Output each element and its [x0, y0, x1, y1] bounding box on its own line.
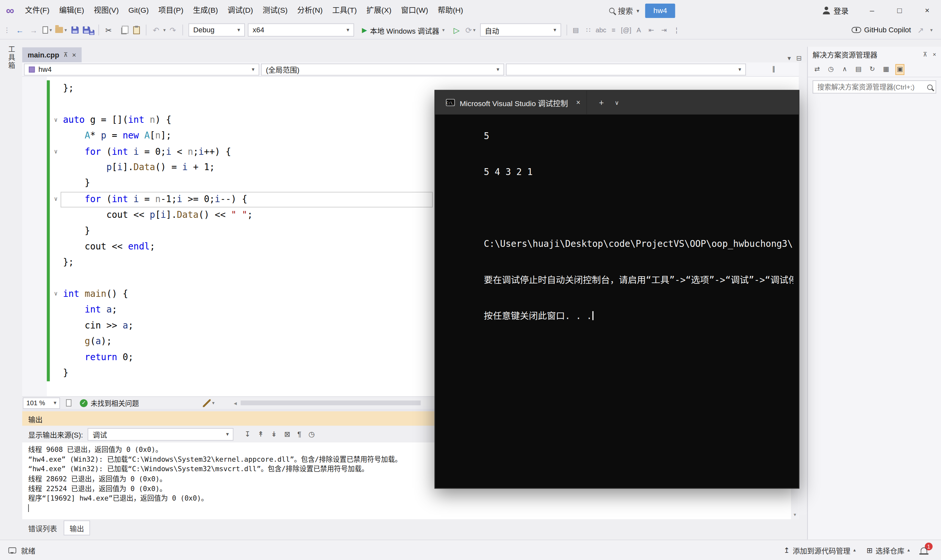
- next-message-icon[interactable]: ↡: [271, 430, 277, 438]
- select-repository-button[interactable]: ⊞ 选择仓库 ▴: [867, 545, 910, 555]
- previous-message-icon[interactable]: ↟: [258, 430, 264, 438]
- fold-marker-icon[interactable]: ∨: [50, 191, 61, 207]
- pin-icon[interactable]: ⊼: [923, 51, 927, 57]
- solution-name-box[interactable]: hw4: [645, 3, 675, 18]
- word-wrap-icon[interactable]: ¶: [298, 430, 301, 438]
- comment-icon[interactable]: ≡: [608, 23, 619, 37]
- history-icon[interactable]: ◷: [309, 430, 315, 438]
- minimize-button[interactable]: –: [858, 0, 886, 21]
- output-source-dropdown[interactable]: 调试 ▾: [88, 428, 234, 440]
- menu-item[interactable]: 测试(S): [258, 0, 293, 21]
- menu-item[interactable]: Git(G): [123, 0, 154, 21]
- sync-selection-icon[interactable]: ⇄: [813, 64, 822, 75]
- close-button[interactable]: ×: [913, 0, 941, 21]
- navigate-forward-button[interactable]: →: [27, 23, 40, 37]
- code-cleanup-button[interactable]: ▾: [203, 399, 215, 407]
- split-editor-icon[interactable]: ∥: [772, 65, 775, 73]
- terminal-new-tab-button[interactable]: +: [599, 98, 604, 107]
- fold-marker-icon[interactable]: ∨: [50, 286, 61, 302]
- panel-tab[interactable]: 错误列表: [23, 521, 62, 535]
- terminal-menu-icon[interactable]: ∨: [615, 99, 619, 106]
- terminal-output[interactable]: 5 5 4 3 2 1 C:\Users\huaji\Desktop\code\…: [435, 115, 799, 338]
- code-health-indicator[interactable]: ✓ 未找到相关问题: [80, 398, 139, 408]
- menu-item[interactable]: 调试(D): [223, 0, 258, 21]
- project-dropdown[interactable]: hw4 ▾: [24, 63, 259, 75]
- menu-item[interactable]: 编辑(E): [54, 0, 89, 21]
- terminal-tab-close-icon[interactable]: ×: [576, 98, 580, 107]
- menu-item[interactable]: 文件(F): [20, 0, 55, 21]
- open-file-button[interactable]: ▾: [55, 23, 68, 37]
- pending-changes-icon[interactable]: ◷: [826, 64, 835, 75]
- scroll-down-icon[interactable]: ▾: [794, 512, 796, 518]
- member-dropdown[interactable]: ▾: [506, 63, 746, 75]
- scrollbar-thumb[interactable]: [240, 401, 420, 406]
- copy-button[interactable]: [116, 23, 129, 37]
- github-copilot-button[interactable]: GitHub Copilot: [864, 26, 911, 34]
- zoom-dropdown[interactable]: 101 % ▾: [23, 397, 60, 408]
- toolbox-tab[interactable]: 工具箱: [6, 46, 16, 70]
- menu-item[interactable]: 项目(P): [154, 0, 188, 21]
- menu-item[interactable]: 帮助(H): [433, 0, 468, 21]
- start-debugging-button[interactable]: ▶本地 Windows 调试器▾: [357, 23, 449, 37]
- properties-icon[interactable]: ▤: [854, 64, 863, 75]
- goto-output-icon[interactable]: ↧: [244, 430, 250, 438]
- format-document-icon[interactable]: A: [633, 23, 645, 37]
- navigate-backward-button[interactable]: ←: [13, 23, 26, 37]
- hscroll-left-arrow[interactable]: ◂: [234, 400, 237, 406]
- terminal-tab[interactable]: C:\_ Microsoft Visual Studio 调试控制台 ×: [440, 91, 587, 114]
- inline-hints-icon[interactable]: [@]: [620, 23, 632, 37]
- notifications-button[interactable]: 1: [921, 547, 933, 553]
- start-without-debugging-button[interactable]: ▷: [450, 23, 463, 37]
- tab-main-cpp[interactable]: main.cpp ⊼ ×: [22, 47, 82, 62]
- column-select-icon[interactable]: ∷: [583, 23, 594, 37]
- menu-item[interactable]: 生成(B): [188, 0, 223, 21]
- fold-marker-icon[interactable]: ∨: [50, 112, 61, 128]
- solution-configuration-dropdown[interactable]: Debug▾: [188, 23, 245, 37]
- undo-button[interactable]: ↶: [150, 23, 162, 37]
- new-file-button[interactable]: ▾: [41, 23, 54, 37]
- scope-dropdown[interactable]: (全局范围) ▾: [261, 63, 504, 75]
- code-preview-icon[interactable]: ▤: [570, 23, 582, 37]
- menu-item[interactable]: 窗口(W): [396, 0, 433, 21]
- save-button[interactable]: [68, 23, 82, 37]
- editor-vertical-scrollbar[interactable]: [799, 62, 807, 514]
- indent-decrease-icon[interactable]: ⇤: [646, 23, 657, 37]
- pin-icon[interactable]: ⊼: [63, 52, 68, 58]
- menu-item[interactable]: 视图(V): [89, 0, 123, 21]
- add-to-source-control-button[interactable]: ↥ 添加到源代码管理 ▴: [784, 545, 856, 555]
- hot-reload-mode-dropdown[interactable]: 自动▾: [480, 23, 561, 37]
- panel-tab[interactable]: 输出: [64, 520, 90, 535]
- switch-views-icon[interactable]: ▦: [881, 64, 891, 75]
- show-all-files-icon[interactable]: ▣: [895, 64, 904, 75]
- toolbar-overflow-icon[interactable]: ¦: [671, 23, 682, 37]
- solution-explorer-search-input[interactable]: [816, 83, 925, 91]
- clear-all-icon[interactable]: ⊠: [284, 430, 290, 438]
- refresh-icon[interactable]: ↻: [868, 64, 877, 75]
- window-dock-icon[interactable]: ⊟: [796, 55, 802, 62]
- panel-close-icon[interactable]: ×: [933, 51, 936, 57]
- menu-item[interactable]: 工具(T): [327, 0, 362, 21]
- save-all-button[interactable]: [82, 23, 96, 37]
- cut-button[interactable]: ✂: [102, 23, 115, 37]
- spell-check-icon[interactable]: abc: [595, 23, 607, 37]
- toolbar-grip[interactable]: ⋮: [4, 26, 10, 34]
- collapse-all-icon[interactable]: ∧: [840, 64, 850, 75]
- signin-button[interactable]: 登录: [833, 5, 848, 16]
- hot-reload-button[interactable]: ⟳▾: [464, 23, 477, 37]
- feedback-icon[interactable]: [9, 547, 16, 553]
- active-files-dropdown-icon[interactable]: ▾: [787, 55, 791, 62]
- solution-explorer-header[interactable]: 解决方案资源管理器 ⊼ ×: [808, 47, 941, 62]
- paste-button[interactable]: [130, 23, 143, 37]
- indent-increase-icon[interactable]: ⇥: [658, 23, 670, 37]
- document-health-icon[interactable]: [66, 399, 72, 406]
- tab-close-icon[interactable]: ×: [72, 51, 76, 59]
- redo-button[interactable]: ↷: [167, 23, 179, 37]
- search-button[interactable]: 搜索 ▾: [609, 5, 639, 16]
- solution-platform-dropdown[interactable]: x64▾: [248, 23, 354, 37]
- debug-console-window[interactable]: C:\_ Microsoft Visual Studio 调试控制台 × + ∨…: [434, 90, 799, 488]
- fold-marker-icon[interactable]: ∨: [50, 144, 61, 159]
- copilot-open-icon[interactable]: ↗: [914, 23, 927, 37]
- menu-item[interactable]: 分析(N): [293, 0, 327, 21]
- menu-item[interactable]: 扩展(X): [361, 0, 396, 21]
- maximize-button[interactable]: □: [886, 0, 913, 21]
